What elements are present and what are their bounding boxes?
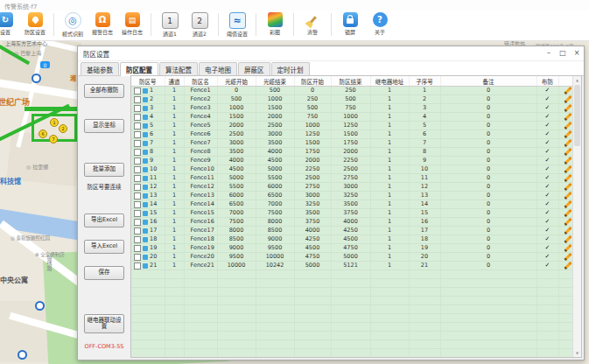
sidebar-button-4[interactable]: 导出Excel: [84, 214, 124, 228]
table-cell: 13: [409, 192, 440, 200]
row-checkbox[interactable]: [134, 131, 141, 138]
tab-2[interactable]: 防区配置: [120, 62, 158, 76]
toolbar-button-op-log[interactable]: ▤操作日志: [120, 12, 144, 36]
row-checkbox[interactable]: [134, 245, 141, 252]
zone-color-icon: [143, 263, 148, 269]
row-checkbox[interactable]: [134, 175, 141, 182]
row-checkbox[interactable]: [134, 228, 141, 234]
toolbar-button-pattern[interactable]: ◎模式识别: [60, 12, 85, 38]
edit-pencil-icon[interactable]: [564, 235, 571, 243]
edit-pencil-icon[interactable]: [564, 244, 571, 252]
toolbar-button-settings[interactable]: ↻设置: [0, 12, 18, 36]
row-checkbox[interactable]: [134, 192, 141, 200]
tab-3[interactable]: 算法配置: [159, 62, 198, 75]
op-log-icon: ▤: [125, 12, 140, 27]
tab-6[interactable]: 定时计划: [271, 62, 310, 75]
table-cell: 5000: [331, 253, 370, 262]
edit-pencil-icon[interactable]: [564, 200, 571, 208]
table-cell: 3750: [331, 209, 370, 218]
table-cell: 0: [440, 148, 536, 157]
edit-pencil-icon[interactable]: [564, 209, 571, 217]
row-checkbox[interactable]: [134, 140, 141, 147]
scroll-down-icon[interactable]: ▼: [573, 349, 581, 357]
row-checkbox[interactable]: [134, 88, 141, 94]
edit-pencil-icon[interactable]: [564, 122, 571, 130]
close-button[interactable]: ×: [570, 47, 584, 60]
sidebar-button-1[interactable]: 全部布撤防: [84, 84, 124, 98]
row-checkbox[interactable]: [134, 262, 141, 270]
edit-pencil-icon[interactable]: [564, 165, 571, 173]
table-cell: 750: [331, 104, 370, 113]
row-checkbox[interactable]: [134, 201, 141, 208]
table-cell: 1: [165, 148, 184, 157]
row-checkbox[interactable]: [134, 166, 141, 173]
edit-pencil-icon[interactable]: [564, 148, 571, 156]
table-cell: 1: [370, 104, 409, 113]
toolbar-button-alarm-bell[interactable]: Ω报警日志: [90, 12, 115, 36]
toolbar-button-lock[interactable]: 锁屏: [338, 12, 362, 36]
column-header: 子序号: [409, 76, 440, 87]
scroll-up-icon[interactable]: ▲: [573, 76, 581, 84]
edit-pencil-icon[interactable]: [564, 87, 571, 94]
toolbar-button-threshold[interactable]: ≈阈值设置: [225, 12, 249, 38]
route-point-marker[interactable]: 2: [59, 124, 67, 133]
maximize-button[interactable]: □: [556, 47, 570, 60]
lock-icon: [343, 12, 358, 27]
row-checkbox[interactable]: [134, 122, 141, 130]
edit-pencil-icon[interactable]: [564, 192, 571, 200]
row-checkbox[interactable]: [134, 254, 141, 261]
table-cell: 1: [370, 87, 409, 95]
table-cell: 2500: [294, 174, 331, 183]
zone-number: 8: [150, 148, 153, 156]
route-point-marker[interactable]: 1: [50, 118, 59, 127]
tab-1[interactable]: 基础参数: [81, 62, 119, 75]
sidebar-button-6[interactable]: 保存: [84, 266, 124, 280]
edit-pencil-icon[interactable]: [564, 113, 571, 121]
table-cell: 1: [370, 200, 409, 209]
zone-color-icon: [143, 211, 148, 216]
toolbar-button-about[interactable]: ?关于: [368, 12, 392, 36]
edit-pencil-icon[interactable]: [564, 139, 571, 147]
route-point-marker[interactable]: 7: [49, 135, 58, 144]
toolbar-button-broom[interactable]: 清警: [300, 12, 325, 36]
row-checkbox[interactable]: [134, 149, 141, 156]
row-checkbox[interactable]: [134, 210, 141, 217]
row-checkbox[interactable]: [134, 105, 141, 112]
toolbar-button-channel2[interactable]: 2通道2: [187, 12, 212, 38]
edit-pencil-icon[interactable]: [564, 253, 571, 261]
minimize-button[interactable]: –: [542, 47, 556, 60]
sidebar-button-2[interactable]: 显示坐标: [84, 119, 124, 133]
sidebar-button-3[interactable]: 批量添加: [84, 163, 124, 177]
table-cell: 15: [409, 209, 440, 218]
route-point-marker[interactable]: 6: [39, 130, 47, 138]
row-checkbox[interactable]: [134, 236, 141, 243]
row-checkbox[interactable]: [134, 184, 141, 191]
toolbar-button-colormap[interactable]: 彩图: [263, 12, 287, 36]
edit-pencil-icon[interactable]: [564, 130, 571, 138]
edit-pencil-icon[interactable]: [564, 218, 571, 226]
toolbar-separator: [53, 13, 54, 36]
toolbar-button-channel1[interactable]: 1通道1: [158, 12, 182, 38]
tab-4[interactable]: 电子地图: [199, 62, 237, 75]
sidebar-button-7[interactable]: 继电器联动设置: [84, 314, 124, 333]
edit-pencil-icon[interactable]: [564, 95, 571, 103]
row-checkbox[interactable]: [134, 114, 141, 121]
edit-pencil-icon[interactable]: [564, 104, 571, 112]
map-origin-marker[interactable]: 0: [40, 61, 50, 68]
edit-pencil-icon[interactable]: [564, 174, 571, 182]
row-checkbox[interactable]: [134, 219, 141, 226]
edit-pencil-icon[interactable]: [564, 262, 571, 270]
edit-pencil-icon[interactable]: [564, 227, 571, 234]
sidebar-button-5[interactable]: 导入Excel: [84, 240, 124, 254]
edit-pencil-icon[interactable]: [564, 183, 571, 191]
toolbar-button-zone-pin[interactable]: 防区设置: [23, 12, 47, 36]
table-cell: 1000: [331, 113, 370, 122]
zone-pin-icon: [28, 12, 43, 27]
channel2-icon: 2: [192, 12, 208, 29]
row-checkbox[interactable]: [134, 96, 141, 103]
tab-5[interactable]: 屏蔽区: [238, 62, 270, 75]
row-checkbox[interactable]: [134, 158, 141, 164]
scrollbar-thumb[interactable]: [574, 85, 580, 146]
vertical-scrollbar[interactable]: ▲ ▼: [572, 76, 581, 357]
edit-pencil-icon[interactable]: [564, 157, 571, 164]
